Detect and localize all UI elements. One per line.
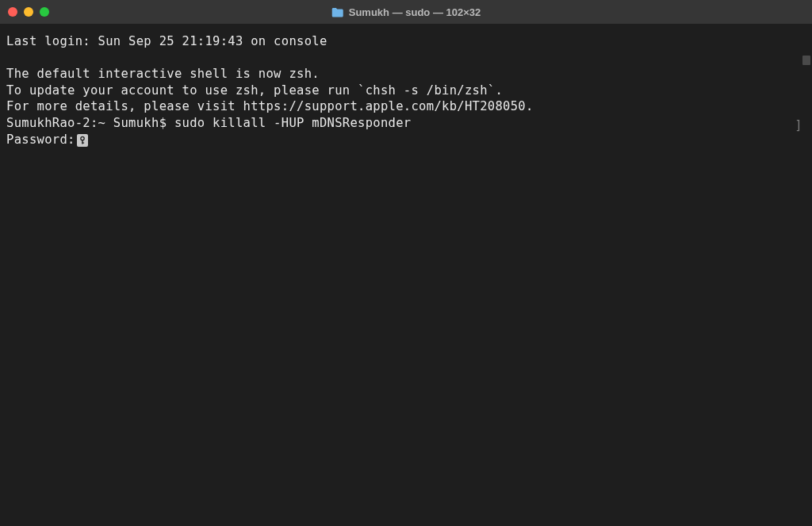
svg-point-0	[80, 136, 83, 140]
close-button[interactable]	[8, 7, 17, 17]
terminal-line: SumukhRao-2:~ Sumukh$ sudo killall -HUP …	[6, 115, 806, 132]
password-prompt-line: Password:	[6, 132, 806, 148]
svg-rect-1	[82, 140, 82, 144]
terminal-line: For more details, please visit https://s…	[6, 98, 806, 115]
window-title: Sumukh — sudo — 102×32	[349, 6, 481, 18]
terminal-line: To update your account to use zsh, pleas…	[6, 83, 806, 99]
scrollbar-indicator[interactable]	[802, 56, 810, 65]
key-icon	[77, 134, 88, 147]
terminal-body[interactable]: Last login: Sun Sep 25 21:19:43 on conso…	[0, 24, 812, 526]
password-prompt: Password:	[6, 132, 75, 147]
terminal-line: Last login: Sun Sep 25 21:19:43 on conso…	[6, 33, 806, 50]
terminal-line	[6, 50, 806, 67]
right-bracket-indicator: ]	[795, 117, 802, 134]
minimize-button[interactable]	[24, 7, 33, 17]
traffic-lights	[8, 7, 49, 17]
svg-rect-2	[82, 142, 84, 143]
window-titlebar: Sumukh — sudo — 102×32	[0, 0, 812, 24]
folder-icon	[331, 7, 344, 17]
window-title-wrapper: Sumukh — sudo — 102×32	[331, 6, 481, 18]
maximize-button[interactable]	[40, 7, 49, 17]
terminal-line: The default interactive shell is now zsh…	[6, 66, 806, 83]
